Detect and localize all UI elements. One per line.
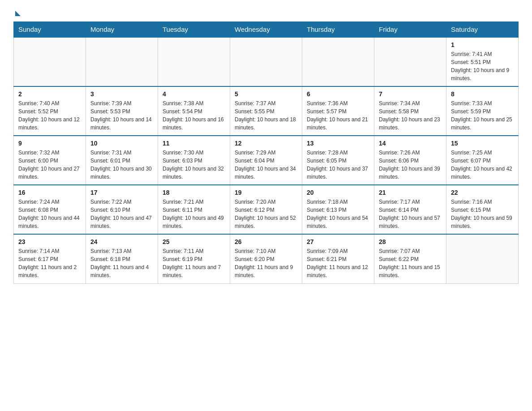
day-info: Sunrise: 7:11 AM Sunset: 6:19 PM Dayligh… bbox=[163, 247, 225, 279]
day-info: Sunrise: 7:20 AM Sunset: 6:12 PM Dayligh… bbox=[235, 198, 297, 230]
day-info: Sunrise: 7:40 AM Sunset: 5:52 PM Dayligh… bbox=[18, 99, 81, 132]
calendar-cell: 14Sunrise: 7:26 AM Sunset: 6:06 PM Dayli… bbox=[374, 136, 446, 185]
day-info: Sunrise: 7:07 AM Sunset: 6:22 PM Dayligh… bbox=[379, 247, 442, 279]
calendar-cell: 12Sunrise: 7:29 AM Sunset: 6:04 PM Dayli… bbox=[230, 136, 302, 185]
calendar-cell bbox=[446, 234, 519, 283]
logo bbox=[13, 9, 21, 14]
calendar-cell: 9Sunrise: 7:32 AM Sunset: 6:00 PM Daylig… bbox=[14, 136, 86, 185]
calendar-cell: 15Sunrise: 7:25 AM Sunset: 6:07 PM Dayli… bbox=[446, 136, 519, 185]
day-info: Sunrise: 7:22 AM Sunset: 6:10 PM Dayligh… bbox=[90, 198, 153, 230]
day-number: 6 bbox=[307, 90, 369, 98]
calendar-cell: 17Sunrise: 7:22 AM Sunset: 6:10 PM Dayli… bbox=[86, 185, 158, 234]
day-number: 15 bbox=[451, 140, 514, 147]
day-info: Sunrise: 7:29 AM Sunset: 6:04 PM Dayligh… bbox=[235, 149, 297, 181]
day-number: 17 bbox=[90, 189, 153, 196]
calendar-week-row-3: 9Sunrise: 7:32 AM Sunset: 6:00 PM Daylig… bbox=[14, 136, 519, 185]
calendar-cell: 10Sunrise: 7:31 AM Sunset: 6:01 PM Dayli… bbox=[86, 136, 158, 185]
day-info: Sunrise: 7:37 AM Sunset: 5:55 PM Dayligh… bbox=[235, 99, 297, 132]
day-info: Sunrise: 7:39 AM Sunset: 5:53 PM Dayligh… bbox=[90, 99, 153, 132]
calendar-cell: 16Sunrise: 7:24 AM Sunset: 6:08 PM Dayli… bbox=[14, 185, 86, 234]
calendar-cell bbox=[230, 37, 302, 86]
day-number: 16 bbox=[18, 189, 81, 196]
day-info: Sunrise: 7:31 AM Sunset: 6:01 PM Dayligh… bbox=[90, 149, 153, 181]
day-info: Sunrise: 7:13 AM Sunset: 6:18 PM Dayligh… bbox=[90, 247, 153, 279]
calendar-cell: 26Sunrise: 7:10 AM Sunset: 6:20 PM Dayli… bbox=[230, 234, 302, 283]
day-info: Sunrise: 7:30 AM Sunset: 6:03 PM Dayligh… bbox=[163, 149, 225, 181]
day-number: 10 bbox=[90, 140, 153, 147]
calendar-header-tuesday: Tuesday bbox=[158, 22, 230, 38]
calendar-header-thursday: Thursday bbox=[302, 22, 374, 38]
day-info: Sunrise: 7:33 AM Sunset: 5:59 PM Dayligh… bbox=[451, 99, 514, 132]
day-info: Sunrise: 7:34 AM Sunset: 5:58 PM Dayligh… bbox=[379, 99, 442, 132]
day-number: 13 bbox=[307, 140, 369, 147]
calendar-week-row-1: 1Sunrise: 7:41 AM Sunset: 5:51 PM Daylig… bbox=[14, 37, 519, 86]
day-number: 21 bbox=[379, 189, 442, 196]
calendar-cell: 19Sunrise: 7:20 AM Sunset: 6:12 PM Dayli… bbox=[230, 185, 302, 234]
day-info: Sunrise: 7:24 AM Sunset: 6:08 PM Dayligh… bbox=[18, 198, 81, 230]
day-number: 11 bbox=[163, 140, 225, 147]
calendar-cell: 18Sunrise: 7:21 AM Sunset: 6:11 PM Dayli… bbox=[158, 185, 230, 234]
day-info: Sunrise: 7:21 AM Sunset: 6:11 PM Dayligh… bbox=[163, 198, 225, 230]
day-number: 26 bbox=[235, 238, 297, 245]
day-number: 5 bbox=[235, 90, 297, 98]
day-info: Sunrise: 7:17 AM Sunset: 6:14 PM Dayligh… bbox=[379, 198, 442, 230]
calendar-cell: 23Sunrise: 7:14 AM Sunset: 6:17 PM Dayli… bbox=[14, 234, 86, 283]
calendar-cell bbox=[302, 37, 374, 86]
calendar-cell: 27Sunrise: 7:09 AM Sunset: 6:21 PM Dayli… bbox=[302, 234, 374, 283]
day-info: Sunrise: 7:26 AM Sunset: 6:06 PM Dayligh… bbox=[379, 149, 442, 181]
day-info: Sunrise: 7:16 AM Sunset: 6:15 PM Dayligh… bbox=[451, 198, 514, 230]
day-number: 3 bbox=[90, 90, 153, 98]
calendar-header-row: SundayMondayTuesdayWednesdayThursdayFrid… bbox=[14, 22, 519, 38]
calendar-header-sunday: Sunday bbox=[14, 22, 86, 38]
calendar-cell: 11Sunrise: 7:30 AM Sunset: 6:03 PM Dayli… bbox=[158, 136, 230, 185]
day-number: 25 bbox=[163, 238, 225, 245]
calendar-cell bbox=[14, 37, 86, 86]
day-number: 19 bbox=[235, 189, 297, 196]
day-info: Sunrise: 7:09 AM Sunset: 6:21 PM Dayligh… bbox=[307, 247, 369, 279]
day-number: 24 bbox=[90, 238, 153, 245]
calendar-header-monday: Monday bbox=[86, 22, 158, 38]
day-info: Sunrise: 7:18 AM Sunset: 6:13 PM Dayligh… bbox=[307, 198, 369, 230]
day-info: Sunrise: 7:10 AM Sunset: 6:20 PM Dayligh… bbox=[235, 247, 297, 279]
calendar-cell bbox=[158, 37, 230, 86]
calendar-cell: 24Sunrise: 7:13 AM Sunset: 6:18 PM Dayli… bbox=[86, 234, 158, 283]
calendar-cell: 3Sunrise: 7:39 AM Sunset: 5:53 PM Daylig… bbox=[86, 86, 158, 136]
day-number: 9 bbox=[18, 140, 81, 147]
day-number: 4 bbox=[163, 90, 225, 98]
calendar-cell: 22Sunrise: 7:16 AM Sunset: 6:15 PM Dayli… bbox=[446, 185, 519, 234]
calendar-cell: 20Sunrise: 7:18 AM Sunset: 6:13 PM Dayli… bbox=[302, 185, 374, 234]
calendar-cell: 4Sunrise: 7:38 AM Sunset: 5:54 PM Daylig… bbox=[158, 86, 230, 136]
calendar-cell: 6Sunrise: 7:36 AM Sunset: 5:57 PM Daylig… bbox=[302, 86, 374, 136]
day-number: 23 bbox=[18, 238, 81, 245]
calendar-cell: 13Sunrise: 7:28 AM Sunset: 6:05 PM Dayli… bbox=[302, 136, 374, 185]
day-number: 7 bbox=[379, 90, 442, 98]
day-info: Sunrise: 7:25 AM Sunset: 6:07 PM Dayligh… bbox=[451, 149, 514, 181]
day-info: Sunrise: 7:41 AM Sunset: 5:51 PM Dayligh… bbox=[451, 50, 514, 82]
calendar-header-wednesday: Wednesday bbox=[230, 22, 302, 38]
calendar-week-row-2: 2Sunrise: 7:40 AM Sunset: 5:52 PM Daylig… bbox=[14, 86, 519, 136]
day-number: 1 bbox=[451, 41, 514, 48]
calendar-cell: 7Sunrise: 7:34 AM Sunset: 5:58 PM Daylig… bbox=[374, 86, 446, 136]
calendar-header-friday: Friday bbox=[374, 22, 446, 38]
day-info: Sunrise: 7:36 AM Sunset: 5:57 PM Dayligh… bbox=[307, 99, 369, 132]
day-number: 27 bbox=[307, 238, 369, 245]
calendar-cell bbox=[86, 37, 158, 86]
day-number: 12 bbox=[235, 140, 297, 147]
day-info: Sunrise: 7:38 AM Sunset: 5:54 PM Dayligh… bbox=[163, 99, 225, 132]
day-info: Sunrise: 7:32 AM Sunset: 6:00 PM Dayligh… bbox=[18, 149, 81, 181]
calendar-week-row-4: 16Sunrise: 7:24 AM Sunset: 6:08 PM Dayli… bbox=[14, 185, 519, 234]
day-info: Sunrise: 7:28 AM Sunset: 6:05 PM Dayligh… bbox=[307, 149, 369, 181]
page-header bbox=[13, 9, 519, 14]
day-number: 14 bbox=[379, 140, 442, 147]
calendar-cell: 2Sunrise: 7:40 AM Sunset: 5:52 PM Daylig… bbox=[14, 86, 86, 136]
calendar-cell: 28Sunrise: 7:07 AM Sunset: 6:22 PM Dayli… bbox=[374, 234, 446, 283]
logo-arrow-icon bbox=[15, 11, 21, 16]
day-number: 20 bbox=[307, 189, 369, 196]
calendar-cell: 1Sunrise: 7:41 AM Sunset: 5:51 PM Daylig… bbox=[446, 37, 519, 86]
calendar-table: SundayMondayTuesdayWednesdayThursdayFrid… bbox=[13, 21, 519, 284]
day-number: 18 bbox=[163, 189, 225, 196]
calendar-header-saturday: Saturday bbox=[446, 22, 519, 38]
day-number: 8 bbox=[451, 90, 514, 98]
calendar-cell bbox=[374, 37, 446, 86]
day-info: Sunrise: 7:14 AM Sunset: 6:17 PM Dayligh… bbox=[18, 247, 81, 279]
